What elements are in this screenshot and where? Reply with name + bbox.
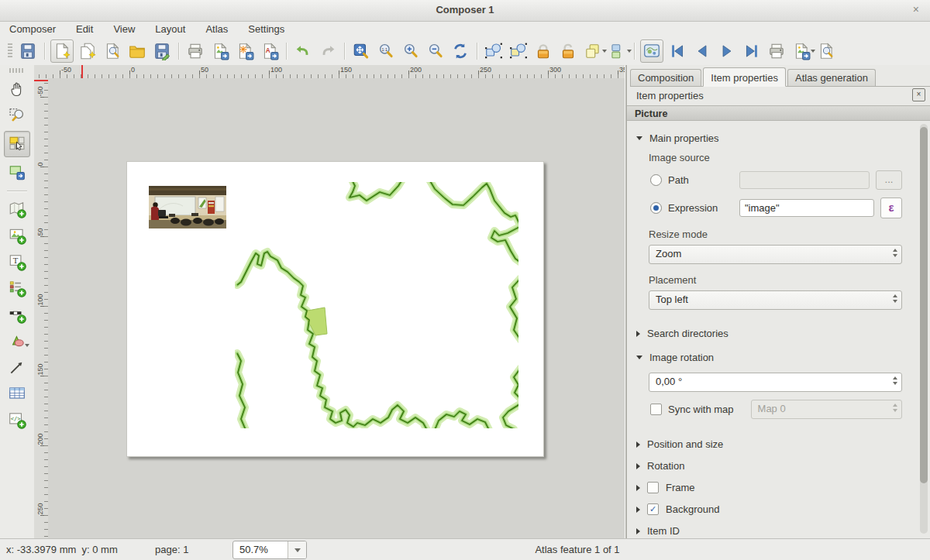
new-composer-button[interactable]: [50, 40, 74, 63]
main-toolbar: A1:1: [0, 37, 930, 65]
select-move-item-tool[interactable]: [4, 131, 30, 157]
resize-mode-select[interactable]: Zoom: [649, 245, 902, 264]
pan-tool[interactable]: [6, 78, 28, 100]
menu-composer[interactable]: Composer: [9, 23, 56, 35]
panel-scrollbar[interactable]: [920, 124, 928, 534]
path-radio[interactable]: [650, 174, 662, 186]
title-bar[interactable]: Composer 1 ×: [0, 0, 930, 22]
undo-button[interactable]: [292, 40, 314, 62]
export-as-pdf-button[interactable]: A: [259, 40, 281, 62]
rotation-spinbox[interactable]: 0,00 °: [649, 373, 902, 392]
expand-arrow-icon[interactable]: [636, 485, 640, 491]
section-search-directories[interactable]: Search directories: [636, 327, 902, 340]
add-new-map-tool[interactable]: [6, 198, 28, 220]
browse-button[interactable]: ...: [876, 170, 902, 190]
tab-atlas-generation[interactable]: Atlas generation: [787, 69, 876, 86]
atlas-previous-feature-button[interactable]: [691, 40, 713, 62]
menu-atlas[interactable]: Atlas: [205, 23, 228, 35]
print-button[interactable]: [184, 40, 206, 62]
menu-settings[interactable]: Settings: [248, 23, 284, 35]
select-all-items-button[interactable]: [483, 40, 505, 62]
spinner-icon[interactable]: [893, 249, 897, 257]
add-html-frame-tool[interactable]: </>: [6, 409, 28, 431]
save-as-template-button[interactable]: [151, 40, 173, 62]
composer-page[interactable]: [126, 161, 544, 457]
scrollbar-thumb[interactable]: [920, 127, 928, 483]
add-image-tool[interactable]: [6, 225, 28, 246]
atlas-preview-button[interactable]: [640, 40, 663, 63]
tab-item-properties[interactable]: Item properties: [703, 67, 786, 87]
toolbar-handle[interactable]: [9, 68, 25, 73]
expand-arrow-icon[interactable]: [636, 441, 640, 448]
zoom-in-button[interactable]: [400, 40, 422, 62]
toolbar-handle[interactable]: [8, 43, 12, 59]
expand-arrow-icon[interactable]: [636, 463, 640, 469]
tab-composition[interactable]: Composition: [630, 69, 701, 86]
collapse-arrow-icon[interactable]: [636, 136, 642, 140]
section-item-id[interactable]: Item ID: [636, 524, 902, 537]
menu-view[interactable]: View: [113, 23, 135, 35]
spinner-icon[interactable]: [893, 376, 897, 385]
expand-arrow-icon[interactable]: [636, 507, 640, 513]
section-frame[interactable]: Frame: [636, 481, 902, 494]
menu-edit[interactable]: Edit: [76, 23, 93, 35]
expand-arrow-icon[interactable]: [636, 331, 640, 337]
resize-mode-value: Zoom: [656, 248, 681, 259]
sync-with-map-checkbox[interactable]: [650, 404, 662, 415]
load-from-template-button[interactable]: [126, 40, 148, 62]
zoom-tool[interactable]: [6, 105, 28, 126]
atlas-next-feature-button[interactable]: [716, 40, 738, 62]
frame-checkbox[interactable]: [647, 482, 659, 493]
move-item-content-tool[interactable]: [6, 162, 28, 184]
add-new-scalebar-tool[interactable]: [6, 304, 28, 325]
clear-selection-button[interactable]: [508, 40, 529, 62]
add-new-label-tool[interactable]: T: [6, 251, 28, 273]
atlas-settings-button[interactable]: [815, 40, 837, 62]
align-items-button[interactable]: [607, 40, 629, 62]
composer-manager-button[interactable]: [102, 40, 123, 62]
unlock-items-button[interactable]: [557, 40, 579, 62]
panel-close-icon[interactable]: ×: [912, 88, 925, 101]
add-new-legend-tool[interactable]: [6, 277, 28, 299]
raise-items-button[interactable]: [582, 40, 604, 62]
section-image-rotation[interactable]: Image rotation: [636, 351, 902, 364]
zoom-level-select[interactable]: 50.7%: [232, 541, 307, 559]
section-position-and-size[interactable]: Position and size: [636, 438, 902, 451]
zoom-full-button[interactable]: [350, 40, 372, 62]
refresh-view-button[interactable]: [450, 40, 471, 62]
zoom-dropdown-arrow-icon[interactable]: [288, 541, 306, 558]
expand-arrow-icon[interactable]: [636, 528, 640, 534]
dropdown-arrow-icon[interactable]: [25, 344, 29, 347]
atlas-last-feature-button[interactable]: [741, 40, 763, 62]
add-shape-tool[interactable]: [6, 330, 28, 352]
add-attribute-table-tool[interactable]: [6, 383, 28, 404]
atlas-first-feature-button[interactable]: [666, 40, 688, 62]
placement-select[interactable]: Top left: [649, 290, 902, 310]
zoom-out-button[interactable]: [425, 40, 446, 62]
expression-input[interactable]: "image": [739, 199, 874, 217]
zoom-actual-button[interactable]: 1:1: [375, 40, 397, 62]
dropdown-arrow-icon[interactable]: [627, 50, 632, 53]
export-atlas-button[interactable]: [790, 40, 812, 62]
export-as-image-button[interactable]: [209, 40, 231, 62]
section-main-properties[interactable]: Main properties: [636, 132, 902, 145]
picture-item[interactable]: [149, 186, 226, 228]
redo-button[interactable]: [317, 40, 339, 62]
export-as-svg-button[interactable]: [234, 40, 256, 62]
spinner-icon[interactable]: [893, 294, 897, 303]
add-arrow-tool[interactable]: [6, 356, 28, 378]
section-rotation[interactable]: Rotation: [636, 459, 902, 472]
expression-radio[interactable]: [650, 202, 662, 214]
composition-canvas[interactable]: [48, 78, 625, 538]
save-project-button[interactable]: [17, 40, 39, 62]
print-atlas-button[interactable]: [766, 40, 787, 62]
background-checkbox[interactable]: ✓: [647, 503, 659, 515]
expression-builder-button[interactable]: ε: [880, 198, 902, 218]
window-close-icon[interactable]: ×: [913, 3, 919, 15]
map-item[interactable]: [235, 182, 518, 428]
menu-layout[interactable]: Layout: [155, 23, 185, 35]
lock-items-button[interactable]: [532, 40, 554, 62]
collapse-arrow-icon[interactable]: [636, 356, 642, 359]
duplicate-composer-button[interactable]: [77, 40, 98, 62]
section-background[interactable]: ✓ Background: [636, 503, 902, 516]
